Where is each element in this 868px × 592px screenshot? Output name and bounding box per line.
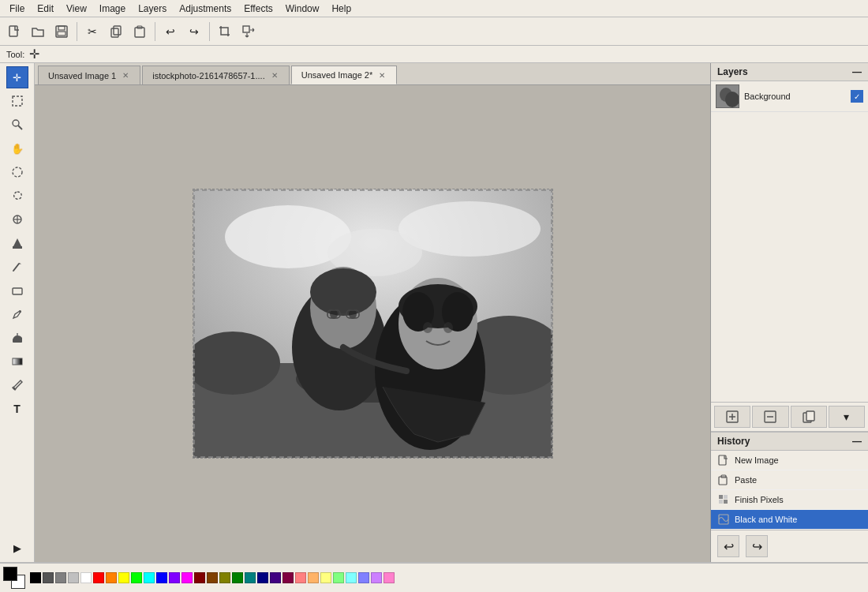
color-green[interactable] xyxy=(131,572,142,583)
tool-label: Tool: xyxy=(6,50,24,59)
history-paste[interactable]: Paste xyxy=(711,470,868,490)
color-lightorange[interactable] xyxy=(308,572,319,583)
undo-button[interactable]: ↩ xyxy=(159,21,181,43)
select-rect-tool[interactable] xyxy=(6,90,28,112)
color-blue[interactable] xyxy=(156,572,167,583)
color-red[interactable] xyxy=(93,572,104,583)
eyedropper-tool[interactable] xyxy=(6,374,28,396)
menu-file[interactable]: File xyxy=(3,2,31,16)
svg-rect-61 xyxy=(724,500,728,504)
tab-label: Unsaved Image 2* xyxy=(301,70,373,80)
color-orange[interactable] xyxy=(106,572,117,583)
ellipse-select-tool[interactable] xyxy=(6,161,28,183)
color-lightpink[interactable] xyxy=(295,572,306,583)
tab-close-1[interactable]: ✕ xyxy=(121,71,130,80)
bucket-tool[interactable] xyxy=(6,327,28,349)
delete-layer-btn[interactable] xyxy=(752,406,788,428)
menu-image[interactable]: Image xyxy=(93,2,132,16)
layers-buttons: ▾ xyxy=(711,402,868,432)
svg-point-47 xyxy=(725,92,739,107)
color-black[interactable] xyxy=(30,572,41,583)
redo-button[interactable]: ↪ xyxy=(183,21,205,43)
tool-indicator: Tool: ✛ xyxy=(0,46,868,63)
tab-istockphoto[interactable]: istockphoto-2161478657-1.... ✕ xyxy=(142,66,290,84)
resize-button[interactable] xyxy=(238,21,260,43)
history-new-image[interactable]: New Image xyxy=(711,451,868,470)
tab-close-3[interactable]: ✕ xyxy=(377,71,387,80)
color-white[interactable] xyxy=(80,572,92,583)
history-finish-pixels[interactable]: Finish Pixels xyxy=(711,490,868,510)
fill-tool[interactable] xyxy=(6,232,28,254)
text-tool[interactable]: T xyxy=(6,398,28,420)
svg-rect-55 xyxy=(719,455,726,465)
menu-layers[interactable]: Layers xyxy=(132,2,173,16)
color-lightgreen[interactable] xyxy=(333,572,344,583)
layer-visibility-check[interactable]: ✓ xyxy=(851,90,863,103)
zoom-tool[interactable] xyxy=(6,114,28,136)
svg-point-10 xyxy=(13,120,19,126)
fg-color-swatch[interactable] xyxy=(3,567,17,581)
history-item-label: New Image xyxy=(735,455,779,465)
canvas-wrapper[interactable] xyxy=(35,85,710,562)
layer-background[interactable]: Background ✓ xyxy=(711,81,868,112)
color-darkmagenta[interactable] xyxy=(282,572,294,583)
color-lightyellow[interactable] xyxy=(320,572,331,583)
open-button[interactable] xyxy=(27,21,49,43)
layers-more-btn[interactable]: ▾ xyxy=(829,406,865,428)
toolbar-sep-3 xyxy=(209,22,210,41)
crop-button[interactable] xyxy=(214,21,236,43)
hand-tool[interactable]: ✋ xyxy=(6,137,28,159)
color-lightblue[interactable] xyxy=(358,572,369,583)
gradient-tool[interactable] xyxy=(6,350,28,373)
menu-help[interactable]: Help xyxy=(325,2,357,16)
tab-unsaved-1[interactable]: Unsaved Image 1 ✕ xyxy=(38,66,140,84)
color-navy[interactable] xyxy=(257,572,268,583)
color-lavender[interactable] xyxy=(371,572,382,583)
color-teal[interactable] xyxy=(245,572,256,583)
color-pink[interactable] xyxy=(383,572,395,583)
paste-button[interactable] xyxy=(129,21,151,43)
eraser-tool[interactable] xyxy=(6,279,28,302)
color-olive[interactable] xyxy=(219,572,230,583)
paste-icon xyxy=(717,474,730,486)
color-darkgreen[interactable] xyxy=(232,572,243,583)
history-redo-btn[interactable]: ↪ xyxy=(746,535,768,557)
menu-edit[interactable]: Edit xyxy=(31,2,60,16)
fg-bg-colors[interactable] xyxy=(3,567,25,589)
menu-adjustments[interactable]: Adjustments xyxy=(173,2,238,16)
color-violet[interactable] xyxy=(169,572,180,583)
cut-button[interactable]: ✂ xyxy=(81,21,103,43)
brush-tool[interactable] xyxy=(6,256,28,278)
color-darkred[interactable] xyxy=(194,572,205,583)
expand-tools[interactable]: ▶ xyxy=(6,537,28,559)
clone-tool[interactable] xyxy=(6,208,28,230)
move-tool[interactable]: ✛ xyxy=(6,66,28,88)
color-gray[interactable] xyxy=(55,572,66,583)
new-button[interactable] xyxy=(3,21,25,43)
layers-minimize-btn[interactable]: — xyxy=(852,66,862,77)
history-undo-btn[interactable]: ↩ xyxy=(717,535,739,557)
duplicate-layer-btn[interactable] xyxy=(791,406,827,428)
color-brown[interactable] xyxy=(207,572,218,583)
add-layer-btn[interactable] xyxy=(714,406,750,428)
color-purple[interactable] xyxy=(270,572,281,583)
save-button[interactable] xyxy=(51,21,73,43)
tab-close-2[interactable]: ✕ xyxy=(270,71,279,80)
color-yellow[interactable] xyxy=(118,572,129,583)
svg-rect-0 xyxy=(9,26,17,36)
pen-tool[interactable] xyxy=(6,303,28,325)
color-darkgray[interactable] xyxy=(43,572,54,583)
menu-effects[interactable]: Effects xyxy=(238,2,279,16)
history-minimize-btn[interactable]: — xyxy=(852,436,862,447)
tab-unsaved-2[interactable]: Unsaved Image 2* ✕ xyxy=(291,66,398,84)
color-lightgray[interactable] xyxy=(68,572,79,583)
lasso-tool[interactable] xyxy=(6,185,28,207)
copy-button[interactable] xyxy=(105,21,127,43)
tabs-bar: Unsaved Image 1 ✕ istockphoto-2161478657… xyxy=(35,63,710,85)
color-magenta[interactable] xyxy=(181,572,193,583)
menu-view[interactable]: View xyxy=(60,2,93,16)
color-lightcyan[interactable] xyxy=(346,572,357,583)
color-cyan[interactable] xyxy=(144,572,155,583)
history-black-white[interactable]: Black and White xyxy=(711,510,868,530)
menu-window[interactable]: Window xyxy=(279,2,326,16)
